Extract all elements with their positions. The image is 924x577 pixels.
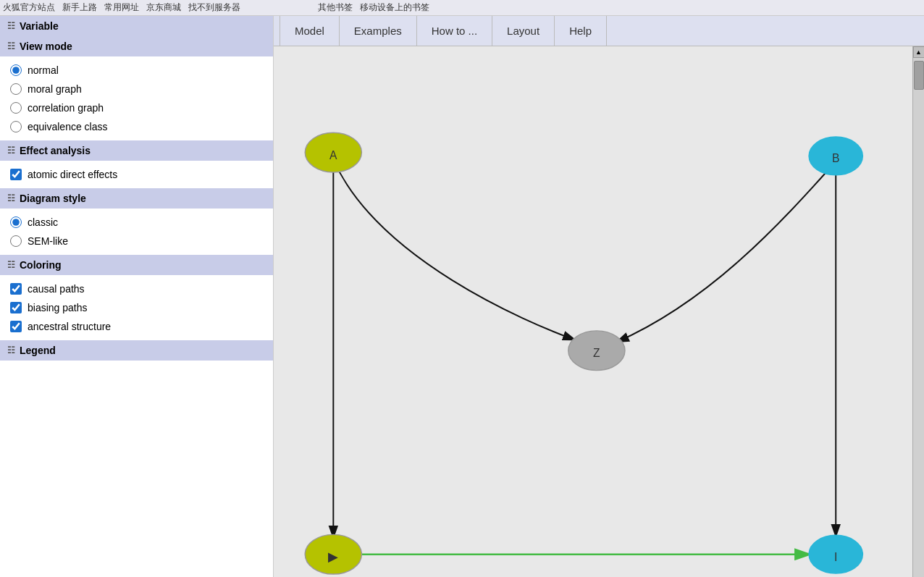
radio-equivalence-class-input[interactable] [10,121,22,132]
radio-sem-like-input[interactable] [10,235,22,247]
coloring-collapse-icon: ☷ [7,260,15,270]
radio-classic[interactable]: classic [0,213,273,232]
checkbox-causal-paths-input[interactable] [10,283,22,295]
diagram-style-collapse-icon: ☷ [7,193,15,203]
scrollbar-thumb[interactable] [914,61,924,90]
browser-top-bar: 火狐官方站点 新手上路 常用网址 京东商城 找不到服务器 其他书签 移动设备上的… [0,0,924,16]
checkbox-biasing-paths[interactable]: biasing paths [0,298,273,317]
view-mode-label: View mode [20,41,72,52]
radio-moral-graph-label: moral graph [28,83,82,95]
radio-moral-graph-input[interactable] [10,83,22,95]
arrow-b-z [616,163,834,342]
sidebar: ☷ Variable ☷ View mode normal moral grap… [0,16,274,577]
tab-help[interactable]: Help [555,16,607,46]
legend-label: Legend [20,345,56,356]
view-mode-options: normal moral graph correlation graph equ… [0,56,273,140]
legend-section-header[interactable]: ☷ Legend [0,340,273,361]
tab-how-to[interactable]: How to ... [417,16,492,46]
node-z-label: Z [593,347,600,359]
radio-classic-label: classic [28,216,58,228]
node-a-label: A [329,149,337,161]
variable-section-header[interactable]: ☷ Variable [0,16,273,36]
effect-analysis-options: atomic direct effects [0,161,273,188]
arrow-a-z [333,159,575,340]
view-mode-collapse-icon: ☷ [7,41,15,51]
radio-normal-label: normal [28,64,59,76]
legend-collapse-icon: ☷ [7,345,15,355]
checkbox-atomic-direct-effects-input[interactable] [10,169,22,180]
scrollbar-up-btn[interactable]: ▲ [913,46,925,58]
view-mode-section-header[interactable]: ☷ View mode [0,36,273,56]
tab-model[interactable]: Model [280,16,340,46]
diagram-canvas[interactable]: A B Z ▶ I [274,46,912,577]
radio-classic-input[interactable] [10,216,22,228]
radio-equivalence-class-label: equivalence class [28,121,108,132]
variable-label: Variable [20,20,59,32]
node-i-label: I [834,551,837,563]
radio-correlation-graph-input[interactable] [10,102,22,114]
diagram-style-options: classic SEM-like [0,209,273,255]
radio-normal-input[interactable] [10,64,22,76]
checkbox-causal-paths-label: causal paths [28,283,85,295]
radio-moral-graph[interactable]: moral graph [0,80,273,98]
checkbox-atomic-direct-effects[interactable]: atomic direct effects [0,165,273,184]
tab-examples[interactable]: Examples [340,16,417,46]
node-b-label: B [832,152,839,164]
checkbox-biasing-paths-label: biasing paths [28,302,88,313]
diagram-svg: A B Z ▶ I [274,46,912,577]
diagram-style-label: Diagram style [20,193,86,204]
effect-analysis-label: Effect analysis [20,145,91,156]
checkbox-atomic-direct-effects-label: atomic direct effects [28,169,117,180]
radio-correlation-graph-label: correlation graph [28,102,104,114]
radio-equivalence-class[interactable]: equivalence class [0,117,273,136]
nav-tabs: Model Examples How to ... Layout Help [274,16,924,46]
checkbox-biasing-paths-input[interactable] [10,302,22,313]
radio-sem-like-label: SEM-like [28,235,68,247]
checkbox-causal-paths[interactable]: causal paths [0,279,273,298]
coloring-section-header[interactable]: ☷ Coloring [0,255,273,275]
checkbox-ancestral-structure-input[interactable] [10,321,22,332]
bookmark-item: 火狐官方站点 新手上路 常用网址 京东商城 找不到服务器 其他书签 移动设备上的… [3,2,429,12]
coloring-options: causal paths biasing paths ancestral str… [0,275,273,340]
diagram-style-section-header[interactable]: ☷ Diagram style [0,188,273,209]
radio-normal[interactable]: normal [0,61,273,80]
effect-analysis-section-header[interactable]: ☷ Effect analysis [0,140,273,161]
effect-analysis-collapse-icon: ☷ [7,146,15,156]
variable-collapse-icon: ☷ [7,21,15,31]
checkbox-ancestral-structure-label: ancestral structure [28,321,111,332]
scrollbar-right[interactable]: ▲ [912,46,924,577]
radio-sem-like[interactable]: SEM-like [0,232,273,250]
coloring-label: Coloring [20,259,62,271]
radio-correlation-graph[interactable]: correlation graph [0,98,273,117]
checkbox-ancestral-structure[interactable]: ancestral structure [0,317,273,336]
tab-layout[interactable]: Layout [492,16,555,46]
node-play-label: ▶ [328,549,338,564]
